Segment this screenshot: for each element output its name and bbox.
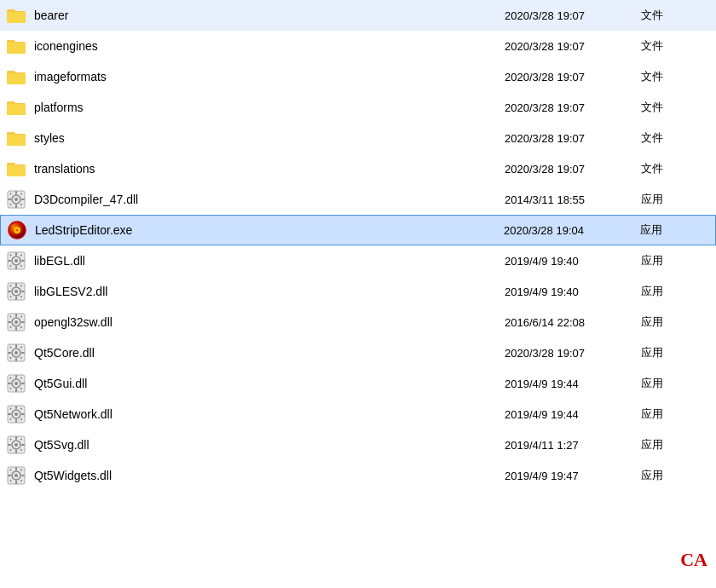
svg-point-67 — [14, 351, 18, 355]
folder-icon — [7, 68, 31, 85]
file-type: 文件 — [641, 130, 709, 146]
list-item[interactable]: opengl32sw.dll 2016/6/14 22:08 应用 — [0, 307, 716, 337]
file-type: 应用 — [641, 468, 709, 483]
file-date: 2020/3/28 19:07 — [505, 40, 641, 53]
file-type: 应用 — [641, 284, 709, 299]
svg-rect-71 — [21, 352, 25, 354]
file-date: 2020/3/28 19:07 — [505, 71, 641, 84]
svg-rect-17 — [7, 165, 26, 176]
dll-icon — [7, 282, 31, 301]
dll-icon — [7, 313, 31, 331]
list-item[interactable]: iconengines 2020/3/28 19:07 文件 — [0, 31, 716, 61]
svg-rect-14 — [7, 135, 26, 146]
list-item[interactable]: imageformats 2020/3/28 19:07 文件 — [0, 61, 716, 92]
file-name: LedStripEditor.exe — [32, 223, 504, 237]
svg-rect-47 — [15, 297, 17, 300]
watermark: CA — [680, 549, 707, 571]
list-item[interactable]: Qt5Svg.dll 2019/4/11 1:27 应用 — [0, 429, 716, 460]
file-name: styles — [31, 131, 505, 145]
svg-rect-79 — [15, 375, 17, 378]
file-type: 文件 — [641, 100, 709, 115]
svg-point-111 — [14, 474, 18, 477]
svg-rect-68 — [15, 344, 17, 348]
file-type: 文件 — [641, 161, 709, 176]
svg-rect-93 — [21, 413, 25, 415]
file-type: 应用 — [641, 314, 709, 330]
file-type: 文件 — [641, 38, 709, 54]
file-date: 2019/4/9 19:44 — [505, 408, 641, 421]
folder-icon — [7, 130, 31, 147]
svg-rect-38 — [21, 260, 25, 262]
list-item[interactable]: bearer 2020/3/28 19:07 文件 — [0, 0, 716, 31]
svg-rect-58 — [15, 327, 17, 331]
file-name: D3Dcompiler_47.dll — [31, 193, 505, 206]
list-item[interactable]: LedStripEditor.exe 2020/3/28 19:04 应用 — [0, 215, 716, 245]
folder-icon — [7, 7, 31, 24]
list-item[interactable]: platforms 2020/3/28 19:07 文件 — [0, 92, 716, 123]
dll-icon — [7, 435, 31, 454]
file-type: 应用 — [641, 437, 709, 453]
file-name: translations — [31, 162, 505, 176]
svg-rect-114 — [8, 475, 11, 476]
svg-rect-35 — [15, 252, 17, 256]
file-name: libGLESV2.dll — [31, 285, 505, 298]
list-item[interactable]: styles 2020/3/28 19:07 文件 — [0, 123, 716, 153]
list-item[interactable]: libGLESV2.dll 2019/4/9 19:40 应用 — [0, 276, 716, 307]
svg-rect-112 — [15, 467, 17, 470]
file-name: iconengines — [31, 39, 505, 53]
file-list: bearer 2020/3/28 19:07 文件 iconengines 20… — [0, 0, 716, 491]
list-item[interactable]: translations 2020/3/28 19:07 文件 — [0, 153, 716, 184]
file-name: platforms — [31, 101, 505, 114]
file-type: 应用 — [640, 222, 708, 238]
list-item[interactable]: libEGL.dll 2019/4/9 19:40 应用 — [0, 245, 716, 276]
file-date: 2019/4/9 19:40 — [505, 285, 641, 298]
svg-rect-36 — [15, 266, 17, 269]
file-name: Qt5Network.dll — [31, 407, 505, 421]
svg-rect-104 — [21, 444, 25, 446]
file-date: 2014/3/11 18:55 — [505, 193, 641, 206]
list-item[interactable]: Qt5Widgets.dll 2019/4/9 19:47 应用 — [0, 460, 716, 491]
svg-rect-2 — [7, 12, 26, 23]
svg-rect-115 — [21, 475, 25, 476]
list-item[interactable]: Qt5Gui.dll 2019/4/9 19:44 应用 — [0, 368, 716, 399]
svg-rect-11 — [7, 104, 26, 115]
svg-rect-23 — [8, 199, 11, 200]
dll-icon — [7, 251, 31, 270]
file-type: 应用 — [641, 376, 709, 391]
svg-rect-37 — [8, 260, 11, 262]
file-name: bearer — [31, 9, 505, 22]
svg-point-100 — [14, 443, 18, 447]
svg-rect-91 — [15, 419, 17, 423]
file-date: 2020/3/28 19:07 — [505, 101, 641, 114]
file-date: 2020/3/28 19:07 — [505, 347, 641, 360]
file-type: 应用 — [641, 345, 709, 360]
svg-point-78 — [14, 382, 18, 385]
svg-rect-92 — [8, 413, 11, 415]
svg-rect-90 — [15, 406, 17, 409]
svg-rect-5 — [7, 43, 26, 54]
svg-rect-101 — [15, 436, 17, 440]
list-item[interactable]: D3Dcompiler_47.dll 2014/3/11 18:55 应用 — [0, 184, 716, 215]
svg-rect-59 — [8, 321, 11, 323]
svg-rect-22 — [15, 205, 17, 208]
file-date: 2020/3/28 19:04 — [504, 224, 640, 237]
dll-icon — [7, 466, 31, 485]
svg-rect-60 — [21, 321, 25, 323]
file-name: Qt5Widgets.dll — [31, 469, 505, 482]
svg-rect-8 — [7, 73, 26, 84]
svg-point-89 — [14, 412, 18, 416]
list-item[interactable]: Qt5Network.dll 2019/4/9 19:44 应用 — [0, 399, 716, 429]
exe-icon — [8, 221, 32, 239]
file-date: 2019/4/9 19:47 — [505, 470, 641, 482]
svg-rect-49 — [21, 291, 25, 292]
file-name: Qt5Svg.dll — [31, 438, 505, 452]
svg-rect-24 — [21, 199, 25, 200]
list-item[interactable]: Qt5Core.dll 2020/3/28 19:07 应用 — [0, 337, 716, 368]
file-type: 应用 — [641, 253, 709, 268]
svg-rect-70 — [8, 352, 11, 354]
svg-point-56 — [14, 320, 18, 324]
svg-point-31 — [16, 229, 19, 232]
file-name: Qt5Gui.dll — [31, 377, 505, 390]
file-name: Qt5Core.dll — [31, 346, 505, 360]
svg-rect-48 — [8, 291, 11, 292]
